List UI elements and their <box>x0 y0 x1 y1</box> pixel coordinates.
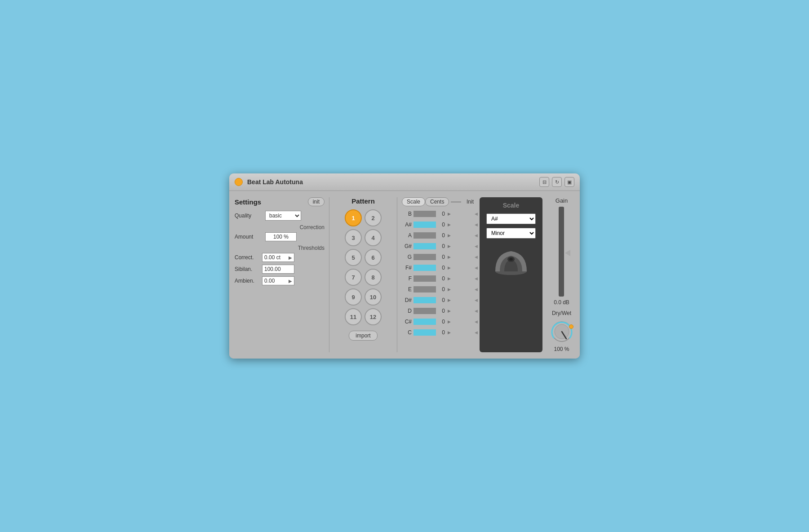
arrow-D: ◀ <box>475 306 478 316</box>
note-arrows-B: ▶ <box>448 212 451 216</box>
note-name-G: G <box>402 254 412 260</box>
note-arrows-Cs: ▶ <box>448 319 451 324</box>
note-row-E: E 0 ▶ <box>402 284 474 294</box>
note-arrows-E: ▶ <box>448 287 451 292</box>
correction-header: Correction <box>235 224 324 231</box>
arrow-A: ◀ <box>475 231 478 240</box>
arrow-B: ◀ <box>475 209 478 219</box>
amount-label: Amount <box>235 234 262 240</box>
note-row-Fs: F# 0 ▶ <box>402 263 474 273</box>
note-arrows-Ds: ▶ <box>448 298 451 302</box>
plugin-window: Beat Lab Autotuna ⊟ ↻ ▣ Settings init Qu… <box>229 173 580 359</box>
note-value-E: 0 <box>438 286 445 293</box>
note-name-D: D <box>402 308 412 314</box>
divider-1 <box>329 197 329 352</box>
arrow-Cs: ◀ <box>475 317 478 327</box>
ambien-arrow: ▶ <box>289 279 292 284</box>
note-row-G: G 0 ▶ <box>402 252 474 262</box>
note-bar-B[interactable] <box>413 211 436 217</box>
note-side-arrows: ◀ ◀ ◀ ◀ ◀ ◀ ◀ ◀ ◀ ◀ ◀ ◀ <box>475 197 478 352</box>
monitor-icon[interactable]: ⊟ <box>539 177 549 187</box>
title-left: Beat Lab Autotuna <box>235 178 303 186</box>
pattern-btn-4[interactable]: 4 <box>364 229 382 246</box>
note-value-B: 0 <box>438 211 445 217</box>
pattern-title: Pattern <box>351 197 375 205</box>
ambien-label: Ambien. <box>235 278 259 284</box>
gain-track <box>559 207 564 297</box>
scale-mode-select[interactable]: Major Minor Dorian Mixolydian Phrygian L… <box>486 228 536 239</box>
pattern-btn-11[interactable]: 11 <box>345 308 362 325</box>
notes-panel: Scale Cents Init B 0 ▶ A# 0 ▶ <box>402 197 474 352</box>
quality-label: Quality <box>235 213 262 219</box>
note-bar-C[interactable] <box>413 329 436 336</box>
note-arrows-Gs: ▶ <box>448 244 451 248</box>
note-bar-A[interactable] <box>413 232 436 239</box>
arrow-E: ◀ <box>475 284 478 294</box>
quality-row: Quality basic standard high <box>235 211 324 221</box>
sibilan-label: Sibilan. <box>235 266 259 272</box>
note-row-D: D 0 ▶ <box>402 306 474 316</box>
note-row-C: C 0 ▶ <box>402 328 474 337</box>
scale-dark-panel: Scale CC#DD# EFF#G G#AA#B Major Minor Do… <box>480 197 542 352</box>
pattern-btn-6[interactable]: 6 <box>364 249 382 266</box>
note-row-Cs: C# 0 ▶ <box>402 317 474 327</box>
arrow-G: ◀ <box>475 252 478 262</box>
import-button[interactable]: import <box>349 331 377 341</box>
note-row-As: A# 0 ▶ <box>402 220 474 230</box>
note-bar-D[interactable] <box>413 308 436 314</box>
correct-arrow: ▶ <box>289 255 292 260</box>
note-bar-F[interactable] <box>413 275 436 282</box>
note-arrows-G: ▶ <box>448 255 451 259</box>
note-bar-As[interactable] <box>413 222 436 228</box>
note-arrows-Fs: ▶ <box>448 266 451 270</box>
note-bar-E[interactable] <box>413 286 436 293</box>
arrow-Ds: ◀ <box>475 295 478 305</box>
note-value-Fs: 0 <box>438 265 445 271</box>
correct-label: Correct. <box>235 254 259 261</box>
note-name-Gs: G# <box>402 243 412 249</box>
note-bar-G[interactable] <box>413 254 436 260</box>
note-row-A: A 0 ▶ <box>402 231 474 240</box>
note-bar-Gs[interactable] <box>413 243 436 249</box>
pattern-btn-12[interactable]: 12 <box>364 308 382 325</box>
pattern-panel: Pattern 1 2 3 4 5 6 7 8 9 10 11 12 impor… <box>334 197 392 352</box>
drywet-knob-container[interactable] <box>549 319 574 344</box>
traffic-light[interactable] <box>235 178 243 186</box>
thresholds-header: Thresholds <box>235 245 324 251</box>
svg-point-2 <box>509 258 513 261</box>
correct-row: Correct. 0.00 ct ▶ <box>235 253 324 262</box>
pattern-btn-8[interactable]: 8 <box>364 269 382 286</box>
pattern-btn-10[interactable]: 10 <box>364 288 382 306</box>
note-value-Ds: 0 <box>438 297 445 303</box>
pattern-btn-7[interactable]: 7 <box>345 269 362 286</box>
note-name-As: A# <box>402 222 412 228</box>
plugin-body: Settings init Quality basic standard hig… <box>229 191 580 359</box>
drywet-knob-svg <box>549 319 574 344</box>
tab-line <box>451 202 461 202</box>
pattern-btn-3[interactable]: 3 <box>345 229 362 246</box>
quality-select[interactable]: basic standard high <box>265 211 301 221</box>
gain-db-value: 0.0 dB <box>554 299 569 306</box>
pattern-btn-2[interactable]: 2 <box>364 209 382 226</box>
scale-tab[interactable]: Scale <box>402 197 425 206</box>
note-bar-Ds[interactable] <box>413 297 436 303</box>
note-bar-Fs[interactable] <box>413 265 436 271</box>
cents-tab[interactable]: Cents <box>425 197 449 206</box>
gain-handle[interactable] <box>565 250 570 256</box>
gain-slider-container <box>555 207 569 297</box>
amount-value[interactable]: 100 % <box>265 232 297 241</box>
pattern-btn-5[interactable]: 5 <box>345 249 362 266</box>
arrow-Fs: ◀ <box>475 263 478 273</box>
drywet-dot <box>569 324 573 329</box>
scale-key-select[interactable]: CC#DD# EFF#G G#AA#B <box>486 213 536 224</box>
sibilan-value[interactable]: 100.00 <box>262 265 294 274</box>
pattern-btn-1[interactable]: 1 <box>345 209 362 226</box>
pattern-btn-9[interactable]: 9 <box>345 288 362 306</box>
sync-icon[interactable]: ↻ <box>552 177 562 187</box>
save-icon[interactable]: ▣ <box>565 177 574 187</box>
ambien-value[interactable]: 0.00 ▶ <box>262 276 294 285</box>
divider-2 <box>397 197 397 352</box>
note-bar-Cs[interactable] <box>413 319 436 325</box>
init-button[interactable]: init <box>308 197 324 206</box>
correct-value[interactable]: 0.00 ct ▶ <box>262 253 294 262</box>
